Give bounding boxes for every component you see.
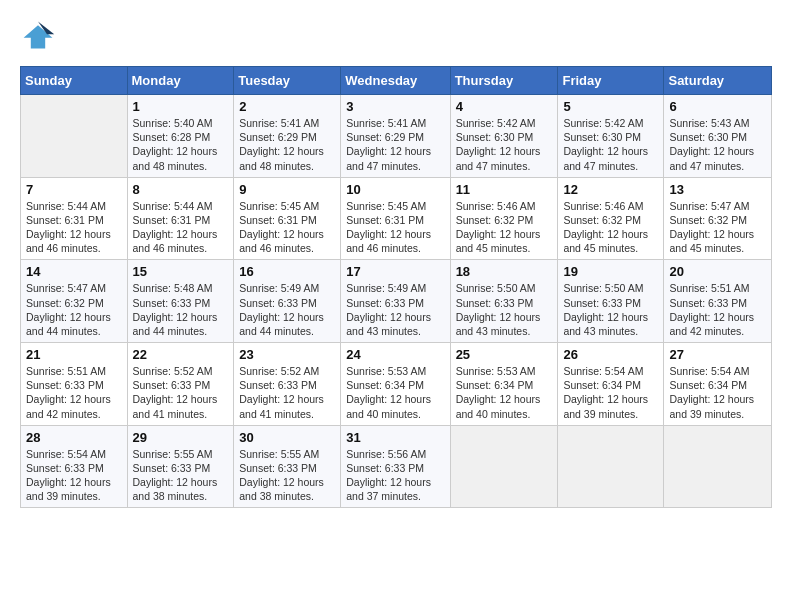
day-number: 16 <box>239 264 335 279</box>
day-number: 14 <box>26 264 122 279</box>
day-info: Sunrise: 5:54 AMSunset: 6:34 PMDaylight:… <box>669 364 766 421</box>
day-cell: 18Sunrise: 5:50 AMSunset: 6:33 PMDayligh… <box>450 260 558 343</box>
day-info: Sunrise: 5:44 AMSunset: 6:31 PMDaylight:… <box>26 199 122 256</box>
day-number: 25 <box>456 347 553 362</box>
day-number: 1 <box>133 99 229 114</box>
day-info: Sunrise: 5:42 AMSunset: 6:30 PMDaylight:… <box>456 116 553 173</box>
day-number: 24 <box>346 347 444 362</box>
day-cell: 23Sunrise: 5:52 AMSunset: 6:33 PMDayligh… <box>234 343 341 426</box>
day-cell: 12Sunrise: 5:46 AMSunset: 6:32 PMDayligh… <box>558 177 664 260</box>
week-row-5: 28Sunrise: 5:54 AMSunset: 6:33 PMDayligh… <box>21 425 772 508</box>
day-number: 10 <box>346 182 444 197</box>
day-cell: 3Sunrise: 5:41 AMSunset: 6:29 PMDaylight… <box>341 95 450 178</box>
day-cell: 17Sunrise: 5:49 AMSunset: 6:33 PMDayligh… <box>341 260 450 343</box>
day-info: Sunrise: 5:41 AMSunset: 6:29 PMDaylight:… <box>346 116 444 173</box>
day-number: 19 <box>563 264 658 279</box>
day-number: 20 <box>669 264 766 279</box>
day-cell: 15Sunrise: 5:48 AMSunset: 6:33 PMDayligh… <box>127 260 234 343</box>
day-cell: 25Sunrise: 5:53 AMSunset: 6:34 PMDayligh… <box>450 343 558 426</box>
day-cell: 13Sunrise: 5:47 AMSunset: 6:32 PMDayligh… <box>664 177 772 260</box>
day-cell: 20Sunrise: 5:51 AMSunset: 6:33 PMDayligh… <box>664 260 772 343</box>
day-number: 4 <box>456 99 553 114</box>
day-cell: 31Sunrise: 5:56 AMSunset: 6:33 PMDayligh… <box>341 425 450 508</box>
day-number: 30 <box>239 430 335 445</box>
day-number: 15 <box>133 264 229 279</box>
day-info: Sunrise: 5:47 AMSunset: 6:32 PMDaylight:… <box>669 199 766 256</box>
day-cell: 26Sunrise: 5:54 AMSunset: 6:34 PMDayligh… <box>558 343 664 426</box>
day-number: 22 <box>133 347 229 362</box>
day-info: Sunrise: 5:43 AMSunset: 6:30 PMDaylight:… <box>669 116 766 173</box>
day-cell: 2Sunrise: 5:41 AMSunset: 6:29 PMDaylight… <box>234 95 341 178</box>
week-row-2: 7Sunrise: 5:44 AMSunset: 6:31 PMDaylight… <box>21 177 772 260</box>
day-info: Sunrise: 5:50 AMSunset: 6:33 PMDaylight:… <box>563 281 658 338</box>
day-info: Sunrise: 5:51 AMSunset: 6:33 PMDaylight:… <box>26 364 122 421</box>
day-number: 28 <box>26 430 122 445</box>
day-info: Sunrise: 5:46 AMSunset: 6:32 PMDaylight:… <box>563 199 658 256</box>
week-row-1: 1Sunrise: 5:40 AMSunset: 6:28 PMDaylight… <box>21 95 772 178</box>
day-cell: 24Sunrise: 5:53 AMSunset: 6:34 PMDayligh… <box>341 343 450 426</box>
day-cell: 19Sunrise: 5:50 AMSunset: 6:33 PMDayligh… <box>558 260 664 343</box>
page: SundayMondayTuesdayWednesdayThursdayFrid… <box>0 0 792 612</box>
day-info: Sunrise: 5:44 AMSunset: 6:31 PMDaylight:… <box>133 199 229 256</box>
day-cell: 29Sunrise: 5:55 AMSunset: 6:33 PMDayligh… <box>127 425 234 508</box>
day-cell: 10Sunrise: 5:45 AMSunset: 6:31 PMDayligh… <box>341 177 450 260</box>
weekday-friday: Friday <box>558 67 664 95</box>
week-row-3: 14Sunrise: 5:47 AMSunset: 6:32 PMDayligh… <box>21 260 772 343</box>
day-info: Sunrise: 5:55 AMSunset: 6:33 PMDaylight:… <box>133 447 229 504</box>
day-number: 5 <box>563 99 658 114</box>
calendar-table: SundayMondayTuesdayWednesdayThursdayFrid… <box>20 66 772 508</box>
day-number: 2 <box>239 99 335 114</box>
day-number: 17 <box>346 264 444 279</box>
day-info: Sunrise: 5:42 AMSunset: 6:30 PMDaylight:… <box>563 116 658 173</box>
svg-marker-0 <box>24 25 53 48</box>
day-info: Sunrise: 5:51 AMSunset: 6:33 PMDaylight:… <box>669 281 766 338</box>
day-info: Sunrise: 5:50 AMSunset: 6:33 PMDaylight:… <box>456 281 553 338</box>
day-number: 7 <box>26 182 122 197</box>
day-number: 27 <box>669 347 766 362</box>
day-cell: 9Sunrise: 5:45 AMSunset: 6:31 PMDaylight… <box>234 177 341 260</box>
day-info: Sunrise: 5:53 AMSunset: 6:34 PMDaylight:… <box>346 364 444 421</box>
day-number: 29 <box>133 430 229 445</box>
day-number: 11 <box>456 182 553 197</box>
logo <box>20 18 60 54</box>
day-number: 18 <box>456 264 553 279</box>
weekday-tuesday: Tuesday <box>234 67 341 95</box>
day-info: Sunrise: 5:54 AMSunset: 6:33 PMDaylight:… <box>26 447 122 504</box>
day-info: Sunrise: 5:55 AMSunset: 6:33 PMDaylight:… <box>239 447 335 504</box>
weekday-saturday: Saturday <box>664 67 772 95</box>
day-cell: 28Sunrise: 5:54 AMSunset: 6:33 PMDayligh… <box>21 425 128 508</box>
day-info: Sunrise: 5:46 AMSunset: 6:32 PMDaylight:… <box>456 199 553 256</box>
day-number: 9 <box>239 182 335 197</box>
day-cell: 22Sunrise: 5:52 AMSunset: 6:33 PMDayligh… <box>127 343 234 426</box>
day-cell: 14Sunrise: 5:47 AMSunset: 6:32 PMDayligh… <box>21 260 128 343</box>
week-row-4: 21Sunrise: 5:51 AMSunset: 6:33 PMDayligh… <box>21 343 772 426</box>
day-number: 23 <box>239 347 335 362</box>
day-number: 12 <box>563 182 658 197</box>
day-cell <box>450 425 558 508</box>
day-cell: 21Sunrise: 5:51 AMSunset: 6:33 PMDayligh… <box>21 343 128 426</box>
logo-icon <box>20 18 56 54</box>
weekday-monday: Monday <box>127 67 234 95</box>
day-cell: 5Sunrise: 5:42 AMSunset: 6:30 PMDaylight… <box>558 95 664 178</box>
day-cell: 30Sunrise: 5:55 AMSunset: 6:33 PMDayligh… <box>234 425 341 508</box>
day-cell: 27Sunrise: 5:54 AMSunset: 6:34 PMDayligh… <box>664 343 772 426</box>
day-number: 26 <box>563 347 658 362</box>
day-info: Sunrise: 5:47 AMSunset: 6:32 PMDaylight:… <box>26 281 122 338</box>
day-number: 31 <box>346 430 444 445</box>
day-info: Sunrise: 5:52 AMSunset: 6:33 PMDaylight:… <box>133 364 229 421</box>
day-info: Sunrise: 5:52 AMSunset: 6:33 PMDaylight:… <box>239 364 335 421</box>
day-number: 13 <box>669 182 766 197</box>
day-info: Sunrise: 5:56 AMSunset: 6:33 PMDaylight:… <box>346 447 444 504</box>
day-info: Sunrise: 5:49 AMSunset: 6:33 PMDaylight:… <box>346 281 444 338</box>
weekday-thursday: Thursday <box>450 67 558 95</box>
day-cell: 4Sunrise: 5:42 AMSunset: 6:30 PMDaylight… <box>450 95 558 178</box>
day-cell <box>558 425 664 508</box>
weekday-sunday: Sunday <box>21 67 128 95</box>
day-info: Sunrise: 5:45 AMSunset: 6:31 PMDaylight:… <box>239 199 335 256</box>
day-info: Sunrise: 5:45 AMSunset: 6:31 PMDaylight:… <box>346 199 444 256</box>
day-info: Sunrise: 5:48 AMSunset: 6:33 PMDaylight:… <box>133 281 229 338</box>
day-info: Sunrise: 5:53 AMSunset: 6:34 PMDaylight:… <box>456 364 553 421</box>
day-number: 8 <box>133 182 229 197</box>
weekday-header-row: SundayMondayTuesdayWednesdayThursdayFrid… <box>21 67 772 95</box>
day-info: Sunrise: 5:54 AMSunset: 6:34 PMDaylight:… <box>563 364 658 421</box>
